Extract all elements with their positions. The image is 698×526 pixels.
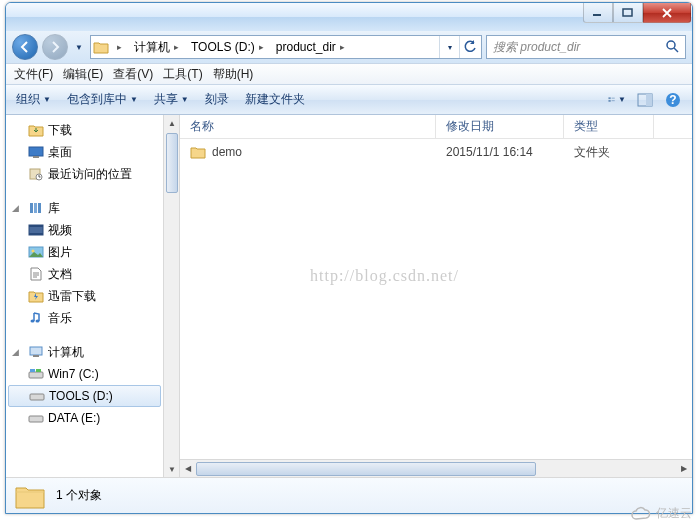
tree-label: 计算机 [48,344,84,361]
svg-rect-5 [612,97,615,98]
svg-rect-26 [33,355,39,357]
tree-scrollbar[interactable]: ▲ ▼ [164,115,180,477]
organize-button[interactable]: 组织 ▼ [16,91,51,108]
tree-recent[interactable]: 最近访问的位置 [6,163,163,185]
forward-button[interactable] [42,34,68,60]
organize-label: 组织 [16,91,40,108]
tree-xunlei[interactable]: 迅雷下载 [6,285,163,307]
tree-label: 最近访问的位置 [48,166,132,183]
content-pane: 名称 修改日期 类型 demo 2015/11/1 16:14 文件夹 http… [180,115,692,477]
list-item[interactable]: demo 2015/11/1 16:14 文件夹 [180,139,692,161]
menu-help[interactable]: 帮助(H) [213,66,254,83]
breadcrumb-tools[interactable]: TOOLS (D:)▸ [187,36,268,58]
svg-rect-28 [30,369,35,372]
scroll-thumb[interactable] [166,133,178,193]
share-button[interactable]: 共享 ▼ [154,91,189,108]
tree-documents[interactable]: 文档 [6,263,163,285]
content-hscroll[interactable]: ◀ ▶ [180,459,692,477]
preview-pane-button[interactable] [636,92,654,108]
breadcrumb-label: TOOLS (D:) [191,40,255,54]
svg-rect-31 [29,416,43,422]
tree-win7[interactable]: Win7 (C:) [6,363,163,385]
view-mode-button[interactable]: ▼ [608,92,626,108]
documents-icon [28,267,44,281]
collapse-icon[interactable]: ◢ [12,347,24,357]
item-type: 文件夹 [564,144,654,161]
tree-computer[interactable]: ◢计算机 [6,341,163,363]
svg-rect-8 [646,94,652,106]
newfolder-button[interactable]: 新建文件夹 [245,91,305,108]
column-headers: 名称 修改日期 类型 [180,115,692,139]
scroll-up-icon[interactable]: ▲ [164,115,180,131]
svg-rect-12 [33,156,39,158]
scroll-right-icon[interactable]: ▶ [676,460,692,478]
tree-label: Win7 (C:) [48,367,99,381]
window-controls [583,3,691,23]
maximize-button[interactable] [613,3,643,23]
breadcrumb-productdir[interactable]: product_dir▸ [272,36,349,58]
xunlei-icon [28,289,44,303]
search-placeholder: 搜索 product_dir [493,39,580,56]
tree-tools[interactable]: TOOLS (D:) [8,385,161,407]
back-button[interactable] [12,34,38,60]
col-type[interactable]: 类型 [564,115,654,138]
minimize-button[interactable] [583,3,613,23]
tree-label: 库 [48,200,60,217]
svg-rect-29 [36,369,41,372]
refresh-button[interactable] [459,36,479,58]
computer-icon [28,345,44,359]
scroll-down-icon[interactable]: ▼ [164,461,180,477]
file-list[interactable]: demo 2015/11/1 16:14 文件夹 http://blog.csd… [180,139,692,459]
tree-label: 音乐 [48,310,72,327]
scroll-left-icon[interactable]: ◀ [180,460,196,478]
tree-videos[interactable]: 视频 [6,219,163,241]
svg-rect-16 [34,203,37,213]
tree-data[interactable]: DATA (E:) [6,407,163,429]
tree-pictures[interactable]: 图片 [6,241,163,263]
menu-edit[interactable]: 编辑(E) [63,66,103,83]
col-name[interactable]: 名称 [180,115,436,138]
menu-tools[interactable]: 工具(T) [163,66,202,83]
brand-watermark: 亿速云 [630,505,692,522]
toolbar: 组织 ▼ 包含到库中 ▼ 共享 ▼ 刻录 新建文件夹 ▼ ? [6,85,692,115]
cloud-icon [630,506,652,522]
tree-label: 图片 [48,244,72,261]
nav-tree[interactable]: 下载 桌面 最近访问的位置 ◢库 视频 图片 文档 迅雷下载 音乐 ◢计算机 W… [6,115,164,477]
item-date: 2015/11/1 16:14 [436,145,564,159]
brand-label: 亿速云 [656,505,692,522]
scroll-thumb[interactable] [196,462,536,476]
library-icon [28,201,44,215]
col-date[interactable]: 修改日期 [436,115,564,138]
tree-label: 下载 [48,122,72,139]
help-button[interactable]: ? [664,92,682,108]
explorer-window: ▼ ▸ 计算机▸ TOOLS (D:)▸ product_dir▸ ▾ 搜索 p… [5,2,693,514]
svg-rect-30 [30,394,44,400]
tree-label: DATA (E:) [48,411,100,425]
status-count: 1 个对象 [56,487,102,504]
drive-icon [28,367,44,381]
share-label: 共享 [154,91,178,108]
breadcrumb-label: 计算机 [134,39,170,56]
titlebar[interactable] [6,3,692,31]
breadcrumb-root[interactable]: ▸ [113,36,126,58]
menu-view[interactable]: 查看(V) [113,66,153,83]
history-dropdown[interactable]: ▼ [72,37,86,57]
svg-rect-6 [612,100,615,101]
menu-file[interactable]: 文件(F) [14,66,53,83]
tree-desktop[interactable]: 桌面 [6,141,163,163]
address-dropdown[interactable]: ▾ [439,36,459,58]
search-box[interactable]: 搜索 product_dir [486,35,686,59]
tree-music[interactable]: 音乐 [6,307,163,329]
address-bar[interactable]: ▸ 计算机▸ TOOLS (D:)▸ product_dir▸ ▾ [90,35,482,59]
close-button[interactable] [643,3,691,23]
item-name: demo [212,145,242,159]
svg-rect-11 [29,147,43,156]
breadcrumb-computer[interactable]: 计算机▸ [130,36,183,58]
tree-label: 迅雷下载 [48,288,96,305]
tree-downloads[interactable]: 下载 [6,119,163,141]
pictures-icon [28,245,44,259]
tree-libraries[interactable]: ◢库 [6,197,163,219]
burn-button[interactable]: 刻录 [205,91,229,108]
include-button[interactable]: 包含到库中 ▼ [67,91,138,108]
collapse-icon[interactable]: ◢ [12,203,24,213]
